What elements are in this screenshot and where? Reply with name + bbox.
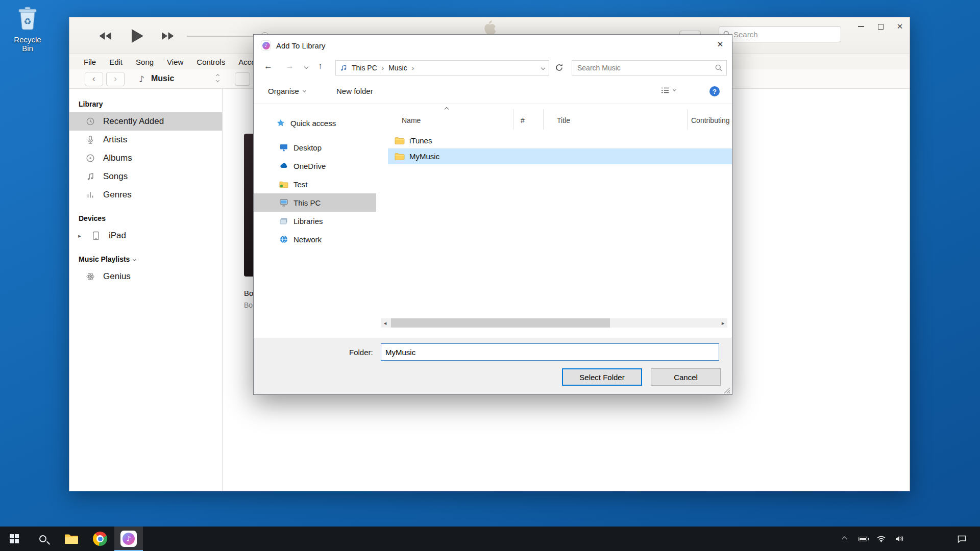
- menu-item-song[interactable]: Song: [136, 58, 154, 66]
- back-button[interactable]: ‹: [85, 72, 103, 86]
- recycle-bin-shortcut[interactable]: ♻ Recycle Bin: [9, 5, 46, 53]
- column-divider[interactable]: [513, 109, 513, 130]
- taskbar-itunes-button[interactable]: ♪: [114, 527, 143, 551]
- sidebar-header-devices: Devices: [69, 210, 222, 227]
- volume-icon[interactable]: [894, 534, 904, 544]
- wifi-icon[interactable]: [876, 534, 886, 544]
- taskbar-chrome-button[interactable]: [86, 527, 114, 551]
- menu-item-file[interactable]: File: [84, 58, 96, 66]
- desktop[interactable]: ♻ Recycle Bin: [0, 0, 980, 551]
- dialog-main-area: Quick access Desktop OneDrive: [254, 104, 732, 338]
- equalizer-icon: [86, 190, 95, 199]
- address-dropdown-icon[interactable]: [541, 66, 545, 70]
- play-button[interactable]: [132, 29, 143, 43]
- horizontal-scrollbar[interactable]: ◂ ▸: [381, 318, 727, 328]
- taskbar-file-explorer-button[interactable]: [57, 527, 86, 551]
- nav-back-button[interactable]: ←: [264, 61, 273, 71]
- svg-text:♻: ♻: [23, 16, 31, 27]
- sidebar-item-songs[interactable]: Songs: [69, 167, 222, 186]
- folder-icon: [395, 137, 405, 144]
- itunes-search-input[interactable]: [733, 30, 825, 39]
- tree-item-this-pc[interactable]: This PC: [254, 193, 376, 212]
- tree-item-libraries[interactable]: Libraries: [254, 212, 376, 230]
- media-selector-chevrons[interactable]: [216, 74, 219, 82]
- hidden-icons-chevron[interactable]: [839, 534, 849, 544]
- scroll-right-button[interactable]: ▸: [719, 318, 727, 328]
- maximize-button[interactable]: [873, 20, 888, 33]
- menu-item-view[interactable]: View: [167, 58, 183, 66]
- sidebar-item-recently-added[interactable]: Recently Added: [69, 112, 222, 131]
- libraries-icon: [279, 216, 288, 226]
- fast-forward-button[interactable]: [161, 32, 174, 40]
- file-row-itunes[interactable]: iTunes: [388, 133, 732, 148]
- column-header-title[interactable]: Title: [557, 116, 570, 124]
- dialog-toolbar: Organise New folder ?: [254, 80, 732, 104]
- folder-name-input[interactable]: [381, 343, 719, 361]
- scroll-left-button[interactable]: ◂: [381, 318, 389, 328]
- organise-button[interactable]: Organise: [268, 87, 306, 95]
- tree-item-label: Desktop: [293, 143, 322, 152]
- sidebar-item-genius[interactable]: Genius: [69, 267, 222, 286]
- details-view-icon: [661, 87, 669, 94]
- column-header-name[interactable]: Name: [402, 116, 421, 124]
- dialog-close-button[interactable]: ✕: [708, 35, 732, 54]
- address-bar[interactable]: This PC › Music ›: [335, 60, 549, 76]
- dialog-footer: Folder: Select Folder Cancel: [254, 338, 732, 395]
- new-folder-button[interactable]: New folder: [336, 87, 373, 95]
- battery-icon[interactable]: [857, 534, 868, 544]
- breadcrumb-separator[interactable]: ›: [412, 64, 414, 72]
- breadcrumb-music[interactable]: Music: [384, 64, 412, 72]
- nav-history-chevron-icon[interactable]: [304, 65, 308, 69]
- tree-item-quick-access[interactable]: Quick access: [254, 114, 376, 132]
- tree-item-label: Test: [293, 180, 308, 189]
- sidebar-item-ipad[interactable]: ▸ iPad: [69, 227, 222, 245]
- tree-item-label: This PC: [293, 198, 321, 207]
- tree-item-onedrive[interactable]: OneDrive: [254, 157, 376, 175]
- select-folder-button[interactable]: Select Folder: [562, 368, 642, 386]
- sidebar-item-artists[interactable]: Artists: [69, 131, 222, 149]
- column-divider[interactable]: [687, 109, 688, 130]
- change-view-button[interactable]: [661, 87, 676, 94]
- taskbar-search-button[interactable]: [29, 527, 57, 551]
- resize-grip[interactable]: [724, 387, 730, 394]
- nav-up-button[interactable]: ↑: [318, 61, 323, 71]
- tree-item-desktop[interactable]: Desktop: [254, 138, 376, 157]
- tree-item-label: Libraries: [293, 217, 323, 226]
- sidebar-item-genres[interactable]: Genres: [69, 186, 222, 204]
- menu-item-edit[interactable]: Edit: [109, 58, 122, 66]
- chevron-down-icon: [673, 88, 676, 91]
- cancel-button[interactable]: Cancel: [651, 368, 721, 386]
- column-divider[interactable]: [543, 109, 544, 130]
- minimize-button[interactable]: [853, 20, 869, 33]
- dialog-title: Add To Library: [276, 41, 325, 50]
- vinyl-record-icon: [86, 154, 95, 163]
- forward-button[interactable]: ›: [106, 72, 125, 86]
- dialog-search-box[interactable]: [572, 60, 727, 76]
- refresh-button[interactable]: [555, 63, 564, 72]
- sidebar-item-albums[interactable]: Albums: [69, 149, 222, 167]
- rewind-button[interactable]: [99, 32, 112, 40]
- menu-item-controls[interactable]: Controls: [197, 58, 225, 66]
- itunes-search-field[interactable]: [719, 26, 841, 42]
- miniplayer-thumbnail[interactable]: [235, 72, 250, 86]
- column-header-number[interactable]: #: [521, 116, 525, 124]
- recycle-bin-label: Recycle Bin: [9, 35, 46, 53]
- scrollbar-thumb[interactable]: [391, 318, 610, 328]
- dialog-search-input[interactable]: [577, 64, 715, 72]
- tree-item-test[interactable]: Test: [254, 175, 376, 193]
- disclosure-triangle-icon[interactable]: ▸: [76, 233, 83, 239]
- file-row-mymusic[interactable]: MyMusic: [388, 148, 732, 164]
- column-header-contributing-artists[interactable]: Contributing artists: [691, 116, 732, 124]
- music-note-icon: [86, 172, 95, 181]
- action-center-icon[interactable]: [957, 534, 967, 544]
- help-button[interactable]: ?: [709, 86, 720, 96]
- breadcrumb-this-pc[interactable]: This PC: [347, 64, 382, 72]
- start-button[interactable]: [0, 527, 29, 551]
- close-button[interactable]: ✕: [892, 20, 908, 33]
- nav-forward-button[interactable]: →: [285, 61, 294, 71]
- sidebar-header-music-playlists[interactable]: Music Playlists: [69, 251, 222, 267]
- media-selector[interactable]: Music: [151, 74, 174, 83]
- tree-item-network[interactable]: Network: [254, 230, 376, 248]
- dialog-title-bar[interactable]: ♪ Add To Library ✕: [254, 35, 732, 56]
- sort-ascending-icon: [445, 107, 449, 111]
